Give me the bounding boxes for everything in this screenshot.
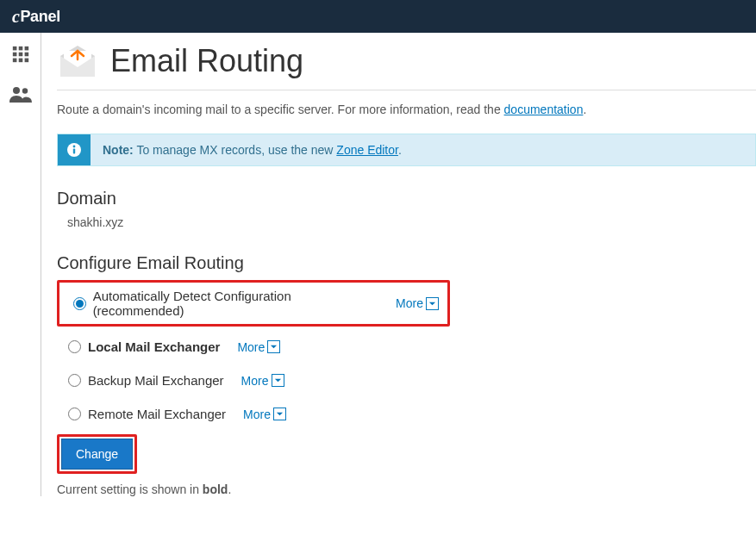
svg-rect-6 <box>12 59 16 63</box>
zone-editor-link[interactable]: Zone Editor <box>336 143 398 157</box>
svg-rect-7 <box>18 59 22 63</box>
users-icon[interactable] <box>9 85 32 105</box>
header-separator <box>57 90 756 90</box>
current-setting-hint: Current setting is shown in bold. <box>41 474 756 496</box>
info-note: Note: To manage MX records, use the new … <box>57 134 756 166</box>
routing-options: Automatically Detect Configuration (reco… <box>41 280 756 427</box>
caret-down-icon <box>267 340 280 353</box>
routing-radio-2[interactable] <box>68 374 81 387</box>
note-label: Note: <box>103 143 134 157</box>
topbar: cPanel <box>0 0 756 33</box>
domain-value: shakhi.xyz <box>41 215 756 253</box>
change-button-wrap: Change <box>41 434 756 474</box>
svg-rect-4 <box>18 53 22 57</box>
routing-option-row: Backup Mail ExchangerMore <box>41 367 756 394</box>
note-text-post: . <box>398 143 402 157</box>
email-routing-icon <box>57 44 98 78</box>
more-toggle[interactable]: More <box>243 408 286 421</box>
svg-rect-5 <box>24 53 28 57</box>
svg-point-10 <box>22 88 27 93</box>
caret-down-icon <box>426 297 439 310</box>
routing-option-label[interactable]: Backup Mail Exchanger <box>88 373 224 388</box>
svg-rect-8 <box>24 59 28 63</box>
routing-option-label[interactable]: Local Mail Exchanger <box>88 339 220 354</box>
apps-grid-icon[interactable] <box>11 45 30 66</box>
change-button-highlight: Change <box>57 434 137 474</box>
more-toggle[interactable]: More <box>241 374 284 388</box>
routing-option-row: Local Mail ExchangerMore <box>41 333 756 360</box>
svg-rect-3 <box>12 53 16 57</box>
info-icon <box>58 134 91 165</box>
domain-heading: Domain <box>41 189 756 215</box>
desc-text-post: . <box>583 103 586 116</box>
note-text-pre: To manage MX records, use the new <box>134 143 337 157</box>
svg-point-12 <box>73 146 76 148</box>
hint-post: . <box>228 482 231 496</box>
page-header: Email Routing <box>41 33 756 90</box>
routing-option-row: Automatically Detect Configuration (reco… <box>57 280 450 327</box>
more-label: More <box>396 296 423 310</box>
change-button[interactable]: Change <box>61 439 133 470</box>
routing-radio-0[interactable] <box>73 297 86 310</box>
svg-rect-1 <box>18 47 22 51</box>
caret-down-icon <box>272 374 284 387</box>
caret-down-icon <box>273 408 286 420</box>
svg-rect-0 <box>12 47 16 51</box>
routing-option-row: Remote Mail ExchangerMore <box>41 401 756 427</box>
svg-rect-2 <box>24 47 28 51</box>
content-area: Email Routing Route a domain's incoming … <box>41 33 756 496</box>
routing-option-label[interactable]: Remote Mail Exchanger <box>88 407 226 421</box>
routing-radio-3[interactable] <box>68 408 81 420</box>
note-body: Note: To manage MX records, use the new … <box>91 134 414 165</box>
sidebar <box>0 33 41 496</box>
hint-pre: Current setting is shown in <box>57 482 203 496</box>
logo-c-part: c <box>12 7 19 27</box>
svg-point-9 <box>13 87 20 94</box>
more-toggle[interactable]: More <box>396 296 439 310</box>
page-description: Route a domain's incoming mail to a spec… <box>41 103 756 134</box>
more-toggle[interactable]: More <box>237 340 280 354</box>
page-title: Email Routing <box>110 43 303 79</box>
logo-text-part: Panel <box>20 8 60 26</box>
more-label: More <box>243 408 271 421</box>
desc-text-pre: Route a domain's incoming mail to a spec… <box>57 103 504 116</box>
routing-radio-1[interactable] <box>68 340 81 353</box>
hint-bold: bold <box>203 482 228 496</box>
more-label: More <box>237 340 265 354</box>
routing-heading: Configure Email Routing <box>41 253 756 280</box>
cpanel-logo[interactable]: cPanel <box>12 7 60 27</box>
more-label: More <box>241 374 269 388</box>
routing-option-label[interactable]: Automatically Detect Configuration (reco… <box>93 289 378 318</box>
svg-rect-13 <box>73 149 75 154</box>
documentation-link[interactable]: documentation <box>504 103 584 116</box>
